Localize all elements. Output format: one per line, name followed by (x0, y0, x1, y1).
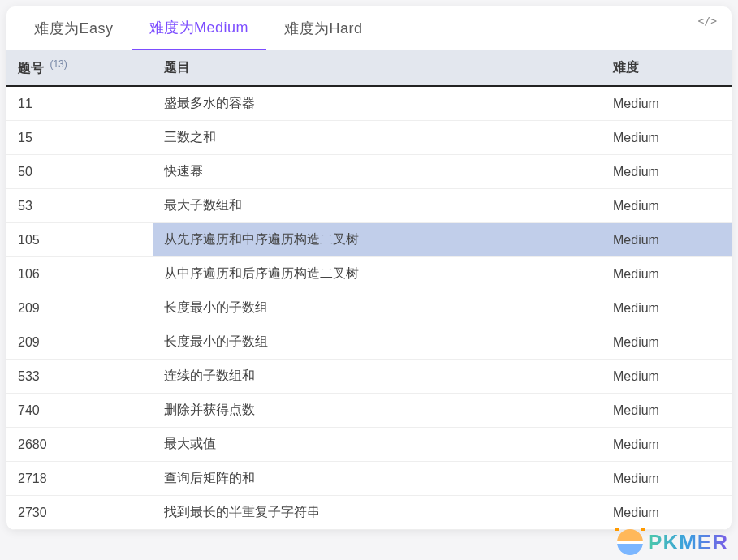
table-row[interactable]: 533连续的子数组和Medium (6, 360, 732, 394)
table-row[interactable]: 53最大子数组和Medium (6, 189, 732, 223)
cell-title: 长度最小的子数组 (153, 325, 602, 360)
cell-id: 105 (6, 223, 153, 257)
table-row[interactable]: 15三数之和Medium (6, 121, 732, 155)
watermark-icon (617, 529, 643, 555)
table-row[interactable]: 2730找到最长的半重复子字符串Medium (6, 496, 732, 530)
table-row[interactable]: 106从中序遍历和后序遍历构造二叉树Medium (6, 257, 732, 291)
cell-title: 三数之和 (153, 121, 602, 155)
cell-difficulty: Medium (602, 462, 732, 496)
table-row[interactable]: 740删除并获得点数Medium (6, 394, 732, 428)
col-header-title[interactable]: 题目 (153, 50, 602, 86)
cell-difficulty: Medium (602, 155, 732, 189)
cell-id: 533 (6, 360, 153, 394)
cell-difficulty: Medium (602, 291, 732, 325)
table-body: 11盛最多水的容器Medium15三数之和Medium50快速幂Medium53… (6, 86, 732, 530)
cell-title: 从先序遍历和中序遍历构造二叉树 (153, 223, 602, 257)
cell-title: 最大子数组和 (153, 189, 602, 223)
tabs: 难度为Easy 难度为Medium 难度为Hard </> (6, 6, 732, 50)
col-header-id[interactable]: 题号 (13) (6, 50, 153, 86)
cell-title: 快速幂 (153, 155, 602, 189)
watermark-text: PKMER (648, 530, 728, 555)
cell-id: 53 (6, 189, 153, 223)
card: 难度为Easy 难度为Medium 难度为Hard </> 题号 (13) 题目… (6, 6, 732, 530)
cell-id: 106 (6, 257, 153, 291)
tab-easy[interactable]: 难度为Easy (16, 7, 132, 50)
cell-difficulty: Medium (602, 189, 732, 223)
table-row[interactable]: 50快速幂Medium (6, 155, 732, 189)
table-row[interactable]: 2718查询后矩阵的和Medium (6, 462, 732, 496)
col-header-difficulty[interactable]: 难度 (602, 50, 732, 86)
cell-id: 2730 (6, 496, 153, 530)
col-header-id-count: (13) (50, 58, 67, 70)
cell-difficulty: Medium (602, 325, 732, 360)
cell-title: 盛最多水的容器 (153, 86, 602, 121)
cell-id: 50 (6, 155, 153, 189)
cell-title: 最大或值 (153, 428, 602, 462)
cell-title: 找到最长的半重复子字符串 (153, 496, 602, 530)
cell-difficulty: Medium (602, 428, 732, 462)
cell-title: 删除并获得点数 (153, 394, 602, 428)
cell-title: 长度最小的子数组 (153, 291, 602, 325)
table-row[interactable]: 11盛最多水的容器Medium (6, 86, 732, 121)
cell-id: 2718 (6, 462, 153, 496)
code-icon[interactable]: </> (698, 15, 717, 27)
cell-difficulty: Medium (602, 394, 732, 428)
cell-id: 11 (6, 86, 153, 121)
table-row[interactable]: 2680最大或值Medium (6, 428, 732, 462)
cell-difficulty: Medium (602, 86, 732, 121)
cell-difficulty: Medium (602, 223, 732, 257)
table-row[interactable]: 105从先序遍历和中序遍历构造二叉树Medium (6, 223, 732, 257)
watermark: PKMER (617, 529, 728, 555)
cell-id: 740 (6, 394, 153, 428)
table-header-row: 题号 (13) 题目 难度 (6, 50, 732, 86)
tab-hard[interactable]: 难度为Hard (266, 7, 381, 50)
cell-difficulty: Medium (602, 121, 732, 155)
table-wrap: 题号 (13) 题目 难度 11盛最多水的容器Medium15三数之和Mediu… (6, 50, 732, 530)
cell-difficulty: Medium (602, 257, 732, 291)
table-row[interactable]: 209长度最小的子数组Medium (6, 291, 732, 325)
cell-id: 2680 (6, 428, 153, 462)
cell-id: 209 (6, 325, 153, 360)
cell-id: 209 (6, 291, 153, 325)
problems-table: 题号 (13) 题目 难度 11盛最多水的容器Medium15三数之和Mediu… (6, 50, 732, 530)
cell-title: 从中序遍历和后序遍历构造二叉树 (153, 257, 602, 291)
cell-title: 连续的子数组和 (153, 360, 602, 394)
tab-medium[interactable]: 难度为Medium (132, 6, 267, 50)
cell-title: 查询后矩阵的和 (153, 462, 602, 496)
cell-difficulty: Medium (602, 360, 732, 394)
table-row[interactable]: 209长度最小的子数组Medium (6, 325, 732, 360)
cell-difficulty: Medium (602, 496, 732, 530)
cell-id: 15 (6, 121, 153, 155)
col-header-id-label: 题号 (18, 61, 44, 75)
